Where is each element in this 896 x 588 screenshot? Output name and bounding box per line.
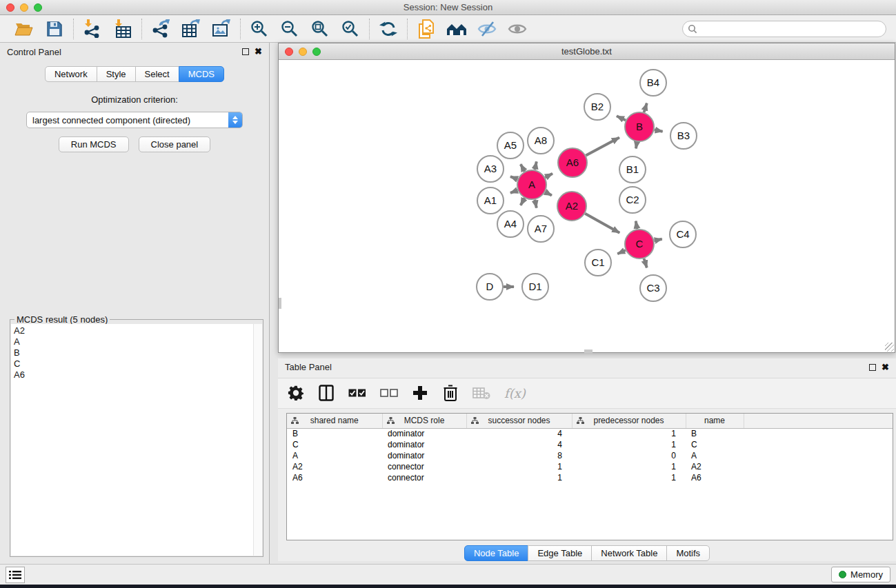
network-vscroll-thumb[interactable]: [279, 298, 281, 309]
graph-edge[interactable]: [644, 258, 647, 267]
graph-edge[interactable]: [636, 142, 637, 149]
tab-edge-table[interactable]: Edge Table: [528, 545, 592, 561]
column-header-successor-nodes[interactable]: successor nodes: [466, 414, 572, 428]
table-cell[interactable]: connector: [382, 472, 466, 483]
graph-edge[interactable]: [545, 174, 552, 178]
memory-button[interactable]: Memory: [831, 567, 890, 582]
column-chooser-icon[interactable]: [318, 384, 335, 402]
network-minimize-button[interactable]: [299, 48, 307, 56]
table-cell[interactable]: C: [686, 439, 744, 450]
graph-edge[interactable]: [586, 138, 619, 156]
table-cell[interactable]: B: [287, 428, 382, 439]
column-header-name[interactable]: name: [686, 414, 744, 428]
export-table-icon[interactable]: [181, 19, 201, 39]
table-row[interactable]: A2connector11A2: [287, 461, 893, 472]
table-cell[interactable]: 4: [466, 439, 572, 450]
table-cell[interactable]: dominator: [382, 428, 466, 439]
table-cell[interactable]: C: [287, 439, 382, 450]
table-cell[interactable]: dominator: [382, 450, 466, 461]
mcds-result-item[interactable]: C: [14, 358, 250, 369]
table-cell[interactable]: connector: [382, 461, 466, 472]
tab-network-table[interactable]: Network Table: [591, 545, 667, 561]
deselect-all-columns-icon[interactable]: [380, 384, 398, 402]
refresh-icon[interactable]: [378, 19, 399, 39]
clone-network-icon[interactable]: [416, 19, 437, 39]
table-row[interactable]: Cdominator41C: [287, 439, 893, 450]
tab-style[interactable]: Style: [97, 66, 136, 82]
delete-column-icon[interactable]: [442, 384, 459, 402]
zoom-fit-icon[interactable]: [310, 19, 330, 39]
mcds-result-item[interactable]: A: [14, 336, 250, 347]
graph-edge[interactable]: [521, 164, 525, 171]
table-cell[interactable]: A: [287, 450, 382, 461]
tab-network[interactable]: Network: [45, 66, 97, 82]
open-file-icon[interactable]: [14, 19, 34, 39]
graph-edge[interactable]: [617, 116, 626, 120]
table-cell[interactable]: 1: [572, 428, 686, 439]
float-panel-icon[interactable]: [242, 48, 249, 55]
table-cell[interactable]: 0: [572, 450, 686, 461]
network-resize-grip[interactable]: [885, 343, 894, 352]
table-cell[interactable]: 1: [572, 461, 686, 472]
table-cell[interactable]: 4: [466, 428, 572, 439]
criterion-select[interactable]: largest connected component (directed): [26, 112, 243, 128]
network-maximize-button[interactable]: [312, 48, 321, 56]
column-header-predecessor-nodes[interactable]: predecessor nodes: [572, 414, 686, 428]
graph-edge[interactable]: [585, 214, 619, 233]
mcds-result-list[interactable]: A2 A B C A6: [11, 324, 253, 556]
mcds-result-item[interactable]: A2: [14, 325, 250, 336]
table-close-panel-icon[interactable]: ✖: [882, 364, 889, 371]
task-history-button[interactable]: [6, 567, 25, 583]
select-all-columns-icon[interactable]: [348, 384, 366, 402]
graph-edge[interactable]: [510, 176, 518, 179]
tab-select[interactable]: Select: [135, 66, 179, 82]
minimize-window-button[interactable]: [20, 3, 28, 12]
table-cell[interactable]: B: [686, 428, 744, 439]
first-neighbors-icon[interactable]: [446, 19, 467, 39]
network-close-button[interactable]: [285, 48, 293, 56]
table-cell[interactable]: 1: [466, 461, 572, 472]
table-float-panel-icon[interactable]: [869, 364, 876, 371]
table-cell[interactable]: 1: [572, 439, 686, 450]
maximize-window-button[interactable]: [34, 3, 42, 12]
table-row[interactable]: Adominator80A: [287, 450, 893, 461]
table-cell[interactable]: 1: [572, 472, 686, 483]
export-image-icon[interactable]: [211, 19, 232, 39]
save-session-icon[interactable]: [44, 19, 65, 39]
export-network-icon[interactable]: [150, 19, 171, 39]
tab-node-table[interactable]: Node Table: [464, 545, 529, 561]
hide-selected-icon[interactable]: [477, 19, 497, 39]
table-cell[interactable]: [744, 439, 893, 450]
search-input[interactable]: [682, 21, 886, 37]
table-settings-gear-icon[interactable]: [288, 384, 304, 402]
close-panel-button[interactable]: Close panel: [139, 136, 211, 152]
table-cell[interactable]: A2: [686, 461, 744, 472]
table-cell[interactable]: A2: [287, 461, 382, 472]
network-hscroll-thumb[interactable]: [584, 349, 593, 353]
graph-edge[interactable]: [636, 221, 637, 230]
close-window-button[interactable]: [6, 3, 14, 12]
table-row[interactable]: Bdominator41B: [287, 428, 893, 439]
graph-edge[interactable]: [654, 239, 661, 241]
result-scrollbar[interactable]: [253, 324, 262, 556]
import-network-icon[interactable]: [82, 19, 103, 39]
table-row[interactable]: A6connector11A6: [287, 472, 893, 483]
table-cell[interactable]: A: [686, 450, 744, 461]
graph-edge[interactable]: [510, 190, 518, 193]
close-panel-icon[interactable]: ✖: [255, 48, 262, 55]
table-cell[interactable]: [744, 472, 893, 483]
column-header-mcds-role[interactable]: MCDS role: [382, 414, 466, 428]
graph-edge[interactable]: [521, 198, 525, 205]
table-cell[interactable]: 1: [466, 472, 572, 483]
graph-edge[interactable]: [545, 192, 551, 195]
tab-motifs[interactable]: Motifs: [666, 545, 710, 561]
table-cell[interactable]: 8: [466, 450, 572, 461]
show-all-icon[interactable]: [507, 19, 528, 39]
import-table-icon[interactable]: [112, 19, 133, 39]
table-cell[interactable]: [744, 428, 893, 439]
table-cell[interactable]: [744, 461, 893, 472]
table-cell[interactable]: A6: [287, 472, 382, 483]
run-mcds-button[interactable]: Run MCDS: [59, 136, 129, 152]
network-canvas[interactable]: B4B2BB3B1A5A8A6A3AA1A4A7A2C2C4CC1C3DD1: [279, 60, 895, 352]
network-window-titlebar[interactable]: testGlobe.txt: [279, 43, 895, 60]
